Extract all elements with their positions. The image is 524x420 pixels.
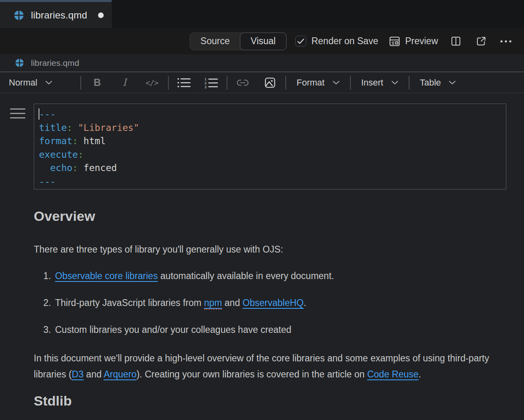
chevron-down-icon [391, 81, 398, 85]
code-line: execute: [39, 148, 506, 162]
list-item-text: Custom libraries you and/or your colleag… [55, 322, 291, 338]
yaml-front-matter-block[interactable]: ---title: "Libraries"format: htmlexecute… [34, 104, 506, 190]
empty-tab-area [112, 0, 524, 28]
block-drag-handle-icon[interactable] [10, 108, 25, 122]
list-item-text: Observable core libraries automatically … [55, 268, 334, 284]
code-line: echo: fenced [39, 161, 506, 175]
section-heading-stdlib: Stdlib [34, 393, 506, 409]
preview-button[interactable]: Preview [389, 35, 438, 47]
open-preview-external-icon[interactable] [476, 36, 487, 47]
quarto-icon [15, 58, 24, 67]
chevron-down-icon [449, 81, 456, 85]
code-reuse-link[interactable]: Code Reuse [367, 369, 419, 379]
text-run: . [304, 298, 306, 308]
intro-paragraph: There are three types of library you'll … [34, 241, 496, 257]
svg-text:2: 2 [205, 81, 207, 85]
list-number: 2. [41, 295, 51, 311]
code-line: format: html [39, 135, 506, 148]
paragraph-style-label: Normal [9, 77, 37, 88]
yaml-code: ---title: "Libraries"format: htmlexecute… [39, 108, 506, 188]
npm-link[interactable]: npm [204, 298, 222, 310]
toolbar-separator [168, 76, 169, 90]
more-actions-icon[interactable] [500, 40, 512, 43]
code-line: --- [39, 108, 506, 121]
breadcrumb-filename: libraries.qmd [31, 58, 79, 68]
text-cursor [39, 108, 39, 120]
text-run: . [419, 369, 421, 379]
quarto-icon [14, 10, 24, 20]
preview-label: Preview [405, 36, 438, 47]
text-run: and [84, 369, 104, 379]
code-line: title: "Libraries" [39, 121, 506, 135]
editor-actions-toolbar: Source Visual Render on Save Prev [0, 28, 524, 54]
list-number: 1. [41, 268, 51, 284]
insert-menu[interactable]: Insert [351, 77, 409, 88]
preview-icon [389, 35, 401, 47]
toolbar-separator [80, 76, 81, 90]
render-on-save-label: Render on Save [311, 36, 378, 47]
observablehq-link[interactable]: ObservableHQ [243, 298, 304, 308]
italic-icon[interactable]: I [111, 75, 138, 91]
chevron-down-icon [333, 81, 340, 85]
doc-ordered-list: 1.Observable core libraries automaticall… [34, 268, 506, 338]
format-menu[interactable]: Format [286, 77, 350, 88]
chevron-down-icon [45, 81, 52, 85]
numbered-list-icon[interactable]: 1 2 3 [198, 75, 225, 91]
text-run: Custom libraries you and/or your colleag… [55, 324, 291, 335]
source-mode-button[interactable]: Source [190, 33, 240, 50]
tab-libraries-qmd[interactable]: libraries.qmd [0, 0, 112, 28]
table-menu-label: Table [420, 77, 441, 88]
bold-icon[interactable]: B [84, 75, 111, 91]
text-run: automatically available in every documen… [158, 271, 334, 281]
split-editor-icon[interactable] [450, 36, 461, 47]
doc-paragraph: In this document we'll provide a high-le… [34, 350, 496, 382]
list-number: 3. [41, 322, 51, 338]
tab-strip: libraries.qmd [0, 0, 524, 28]
format-toolbar: Normal B I </> 1 2 3 [0, 72, 524, 93]
section-heading-overview: Overview [34, 208, 506, 224]
text-run: ). Creating your own libraries is covere… [137, 369, 367, 379]
visual-mode-button[interactable]: Visual [240, 33, 287, 50]
text-run: Third-party JavaScript libraries from [55, 298, 204, 308]
d3-link[interactable]: D3 [72, 369, 84, 379]
render-on-save-checkbox[interactable] [295, 36, 306, 47]
code-line: --- [39, 175, 506, 189]
svg-text:3: 3 [205, 85, 207, 88]
svg-text:1: 1 [205, 77, 207, 81]
vscode-window: libraries.qmd Source Visual Render on Sa… [0, 0, 524, 420]
table-menu[interactable]: Table [409, 77, 467, 88]
bulleted-list-icon[interactable] [170, 75, 198, 91]
image-icon[interactable] [256, 75, 284, 91]
modified-dot-icon[interactable] [98, 12, 104, 18]
list-item-text: Third-party JavaScript libraries from np… [55, 295, 306, 311]
list-item: 3.Custom libraries you and/or your colle… [41, 322, 506, 338]
format-menu-label: Format [297, 77, 325, 88]
arquero-link[interactable]: Arquero [104, 369, 137, 379]
link-icon[interactable] [229, 75, 256, 91]
observable-core-libraries-link[interactable]: Observable core libraries [55, 271, 158, 281]
tab-title: libraries.qmd [31, 10, 87, 21]
visual-editor-content: ---title: "Libraries"format: htmlexecute… [0, 93, 524, 409]
mode-toggle: Source Visual [190, 33, 287, 50]
list-item: 1.Observable core libraries automaticall… [41, 268, 506, 284]
toolbar-separator [227, 76, 227, 90]
code-icon[interactable]: </> [138, 75, 166, 91]
insert-menu-label: Insert [361, 77, 383, 88]
list-item: 2.Third-party JavaScript libraries from … [41, 295, 506, 311]
breadcrumb[interactable]: libraries.qmd [0, 54, 524, 71]
text-run: and [222, 298, 242, 308]
check-icon [297, 39, 304, 44]
paragraph-style-dropdown[interactable]: Normal [9, 77, 80, 88]
